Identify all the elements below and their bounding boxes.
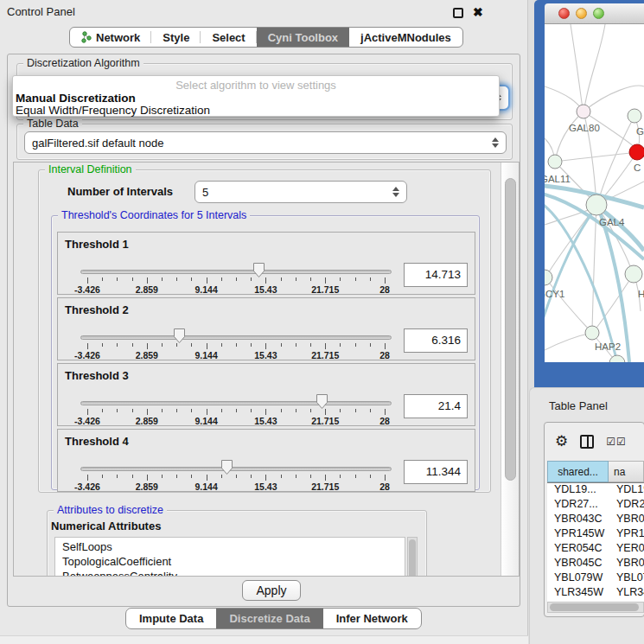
threshold-slider-track[interactable] — [80, 270, 392, 274]
zoom-window-icon[interactable] — [593, 8, 604, 19]
algorithm-option[interactable]: Equal Width/Frequency Discretization — [16, 104, 210, 117]
tab-cyni-toolbox[interactable]: Cyni Toolbox — [257, 28, 349, 47]
threshold-slider-track[interactable] — [80, 401, 392, 405]
close-window-icon[interactable] — [558, 8, 570, 19]
scrollbar-thumb[interactable] — [550, 603, 639, 611]
threshold-slider-thumb[interactable] — [220, 459, 233, 475]
table-row[interactable]: YDR27...YDR27 — [547, 498, 644, 513]
network-node[interactable] — [586, 194, 607, 215]
table-row[interactable]: YBL079WYBL079W — [547, 571, 644, 586]
network-view-window[interactable]: GAL80GACGAL11GAL4GCY1HHAP2 — [534, 0, 644, 387]
table-rows: YDL19...YDL19YDR27...YDR27YBR043CYBR043C… — [547, 483, 644, 602]
interval-definition-group: Interval Definition Number of Intervals … — [38, 169, 491, 493]
network-edge[interactable] — [555, 112, 583, 162]
network-node[interactable] — [545, 270, 552, 285]
threshold-label: Threshold 1 — [65, 238, 129, 251]
network-edge[interactable] — [545, 86, 583, 111]
table-horizontal-scrollbar[interactable] — [547, 602, 644, 613]
number-of-intervals-select[interactable]: 5 — [194, 181, 407, 203]
threshold-value-field[interactable]: 6.316 — [404, 328, 468, 353]
cyni-bottom-tabbar: Impute DataDiscretize DataInfer Network — [125, 608, 422, 629]
threshold-value-field[interactable]: 21.4 — [404, 394, 468, 418]
minimize-window-icon[interactable] — [576, 8, 587, 19]
tab-select[interactable]: Select — [201, 28, 256, 47]
bottom-tab-impute-data[interactable]: Impute Data — [126, 609, 216, 628]
table-cell-name: YBR045C — [609, 557, 644, 571]
algorithm-option[interactable]: Manual Discretization — [16, 92, 136, 105]
settings-scrollbar[interactable] — [501, 163, 519, 576]
threshold-slider-track[interactable] — [80, 467, 392, 471]
tab-jactivemnodules[interactable]: jActiveMNodules — [349, 28, 462, 47]
table-cell-name: YBL079W — [609, 571, 644, 586]
table-data-select[interactable]: galFiltered.sif default node — [24, 131, 507, 154]
threshold-panel: Threshold 2-3.4262.8599.14415.4321.71528… — [57, 297, 475, 360]
bottom-tab-discretize-data[interactable]: Discretize Data — [216, 609, 322, 628]
table-panel-region: Table Panel ⚙ ☑☑ shared... na YDL19...YD… — [529, 387, 644, 644]
table-cell-name: YDL19 — [609, 483, 644, 498]
network-node[interactable] — [625, 265, 642, 283]
table-cell-shared-name: YER054C — [547, 542, 609, 557]
settings-scrollpane: Interval Definition Number of Intervals … — [13, 162, 520, 577]
numerical-attributes-list[interactable]: SelfLoopsTopologicalCoefficientBetweenne… — [54, 537, 405, 577]
tab-network[interactable]: Network — [70, 28, 151, 47]
bottom-tab-infer-network[interactable]: Infer Network — [323, 609, 421, 628]
network-node[interactable] — [548, 155, 562, 169]
column-header-name[interactable]: na — [609, 461, 644, 482]
scrollbar-thumb[interactable] — [505, 178, 516, 481]
table-row[interactable]: YLR345WYLR345W — [547, 586, 644, 601]
tab-label: jActiveMNodules — [360, 31, 451, 44]
table-row[interactable]: YBR043CYBR043C — [547, 513, 644, 527]
threshold-panel: Threshold 3-3.4262.8599.14415.4321.71528… — [57, 363, 475, 426]
network-window-titlebar — [545, 3, 644, 24]
network-edge[interactable] — [592, 205, 596, 332]
gear-icon[interactable]: ⚙ — [555, 432, 568, 450]
table-row[interactable]: YER054CYER054C — [547, 542, 644, 557]
table-row[interactable]: YDL19...YDL19 — [547, 483, 644, 498]
column-header-shared-name[interactable]: shared... — [547, 461, 609, 482]
table-cell-name: YER054C — [609, 542, 644, 557]
threshold-slider-thumb[interactable] — [173, 328, 186, 344]
number-of-intervals-label: Number of Intervals — [67, 185, 173, 198]
threshold-slider-thumb[interactable] — [316, 393, 328, 410]
threshold-panel: Threshold 1-3.4262.8599.14415.4321.71528… — [57, 232, 475, 295]
table-header-row: shared... na — [547, 461, 644, 483]
discretization-algorithm-group-title: Discretization Algorithm — [23, 57, 143, 69]
columns-icon[interactable] — [580, 435, 594, 449]
table-cell-shared-name: YBR043C — [547, 513, 609, 527]
select-columns-icon[interactable]: ☑☑ — [606, 436, 627, 448]
close-panel-icon[interactable]: ✖ — [473, 4, 483, 20]
network-canvas[interactable]: GAL80GACGAL11GAL4GCY1HHAP2 — [545, 24, 644, 362]
control-panel-titlebar: Control Panel ✖ — [0, 0, 527, 22]
network-node[interactable] — [585, 326, 599, 340]
network-node[interactable] — [577, 105, 590, 118]
network-edge[interactable] — [597, 116, 634, 204]
attribute-list-item[interactable]: BetweennessCentrality — [62, 569, 405, 577]
tab-label: Select — [212, 31, 245, 44]
attribute-list-item[interactable]: TopologicalCoefficient — [62, 554, 405, 569]
attributes-group-title: Attributes to discretize — [54, 504, 167, 516]
attribute-list-item[interactable]: SelfLoops — [62, 539, 405, 554]
apply-button[interactable]: Apply — [242, 580, 301, 601]
network-edge[interactable] — [545, 333, 592, 350]
table-cell-name: YBR043C — [609, 513, 644, 527]
threshold-value-field[interactable]: 14.713 — [404, 263, 468, 287]
table-row[interactable]: YPR145WYPR145W — [547, 527, 644, 542]
network-edge[interactable] — [555, 153, 632, 162]
attributes-list-scrollbar[interactable] — [407, 537, 418, 577]
algorithm-dropdown-popup: Select algorithm to view settingsManual … — [12, 75, 500, 117]
scrollbar-thumb[interactable] — [409, 539, 416, 577]
network-edge[interactable] — [571, 24, 583, 109]
app-root: Control Panel ✖ NetworkStyleSelectCyni T… — [0, 0, 644, 644]
network-node[interactable] — [628, 109, 641, 123]
table-cell-name: YPR145W — [609, 527, 644, 542]
network-edge[interactable] — [583, 86, 644, 112]
threshold-slider-thumb[interactable] — [252, 262, 265, 278]
threshold-value-field[interactable]: 11.344 — [404, 460, 468, 484]
table-row[interactable]: YBR045CYBR045C — [547, 557, 644, 571]
threshold-slider-track[interactable] — [80, 335, 392, 340]
tab-style[interactable]: Style — [151, 28, 201, 47]
network-edge[interactable] — [584, 24, 605, 109]
float-panel-icon[interactable] — [453, 8, 463, 18]
network-node[interactable] — [629, 144, 644, 160]
threshold-panel: Threshold 4-3.4262.8599.14415.4321.71528… — [57, 429, 475, 492]
